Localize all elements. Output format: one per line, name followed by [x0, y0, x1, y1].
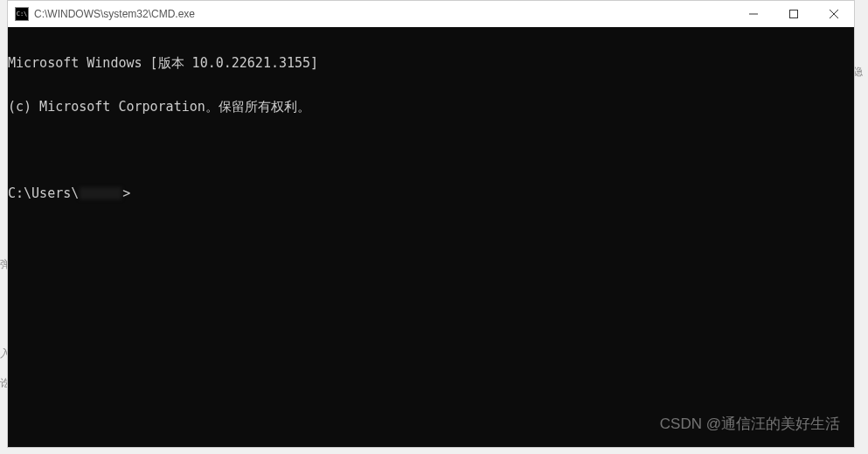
svg-rect-1 — [790, 10, 798, 18]
terminal-blank-line — [8, 143, 854, 157]
prompt-suffix: > — [122, 186, 130, 201]
cmd-icon: C:\ — [15, 7, 29, 21]
close-button[interactable] — [814, 1, 854, 27]
terminal-area[interactable]: Microsoft Windows [版本 10.0.22621.3155] (… — [8, 27, 854, 447]
maximize-button[interactable] — [774, 1, 814, 27]
watermark-text: CSDN @通信汪的美好生活 — [660, 416, 840, 433]
terminal-prompt: C:\Users\> — [8, 186, 854, 201]
minimize-button[interactable] — [733, 1, 774, 27]
prompt-prefix: C:\Users\ — [8, 186, 79, 201]
titlebar[interactable]: C:\ C:\WINDOWS\system32\CMD.exe — [8, 1, 854, 27]
redacted-username — [80, 187, 122, 199]
terminal-output-line: (c) Microsoft Corporation。保留所有权利。 — [8, 100, 854, 115]
window-title: C:\WINDOWS\system32\CMD.exe — [34, 8, 733, 20]
terminal-output-line: Microsoft Windows [版本 10.0.22621.3155] — [8, 56, 854, 71]
window-controls — [733, 1, 854, 27]
cmd-window: C:\ C:\WINDOWS\system32\CMD.exe Microsof… — [7, 0, 855, 448]
